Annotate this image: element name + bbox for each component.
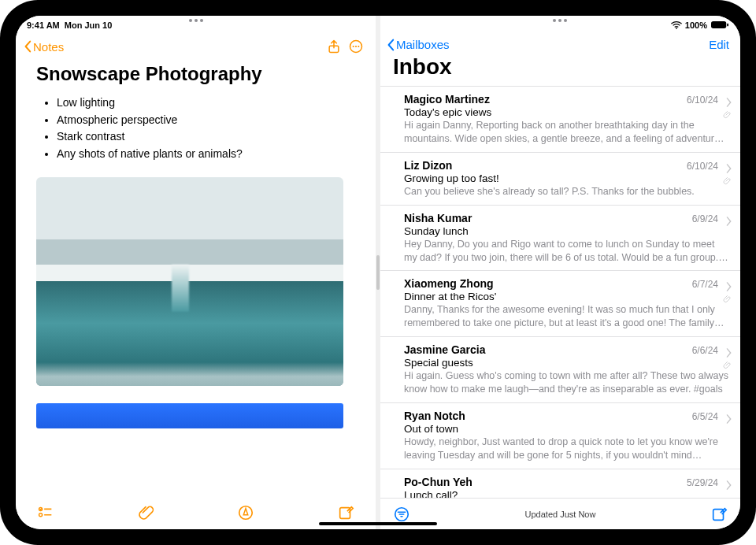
svg-point-7 [39, 513, 43, 517]
note-bullet-list: Low lighting Atmospheric perspective Sta… [57, 95, 355, 163]
mail-preview: Hi again. Guess who's coming to town wit… [404, 369, 729, 396]
note-title: Snowscape Photography [36, 63, 355, 85]
mail-sender: Po-Chun Yeh [404, 476, 472, 488]
mail-subject: Lunch call? [404, 489, 729, 498]
mail-date: 6/10/24 [687, 161, 729, 172]
mail-message-list[interactable]: Magico Martinez 6/10/24 Today's epic vie… [380, 86, 740, 498]
note-content[interactable]: Snowscape Photography Low lighting Atmos… [16, 58, 376, 498]
chevron-right-icon [726, 479, 732, 493]
chevron-left-icon [24, 40, 32, 53]
share-icon [326, 39, 342, 54]
mail-toolbar: Mailboxes Edit [380, 33, 740, 53]
notes-app-pane: 9:41 AM Mon Jun 10 Notes [16, 16, 376, 529]
mail-date: 6/6/24 [692, 345, 729, 356]
ipad-frame: 9:41 AM Mon Jun 10 Notes [0, 0, 756, 545]
mail-preview: Danny, Thanks for the awesome evening! I… [404, 303, 729, 330]
mail-subject: Sunday lunch [404, 225, 729, 237]
mail-date: 5/29/24 [687, 477, 729, 488]
share-button[interactable] [325, 38, 343, 55]
mail-app-pane: 100% Mailboxes Edit Inbox Magico Martine… [380, 16, 740, 529]
attachment-icon [723, 175, 732, 189]
attachment-icon [723, 359, 732, 373]
mail-edit-button[interactable]: Edit [709, 38, 729, 51]
mail-sender: Magico Martinez [404, 93, 490, 106]
mail-subject: Today's epic views [404, 106, 729, 118]
checklist-icon [37, 504, 54, 521]
mail-date: 6/7/24 [692, 279, 729, 290]
mail-date: 6/5/24 [692, 411, 729, 422]
mail-sender: Jasmine Garcia [404, 343, 486, 356]
more-button[interactable] [347, 38, 365, 55]
mail-updated-status: Updated Just Now [410, 510, 710, 519]
mail-compose-button[interactable] [710, 506, 728, 523]
mail-back-label: Mailboxes [396, 38, 450, 51]
attach-button[interactable] [136, 503, 155, 522]
status-battery-text: 100% [685, 20, 707, 30]
note-bullet: Atmospheric perspective [57, 112, 355, 129]
mail-preview: Hey Danny, Do you and Rigo want to come … [404, 238, 729, 265]
note-attached-photo[interactable] [36, 177, 343, 386]
checklist-button[interactable] [36, 503, 55, 522]
status-date: Mon Jun 10 [65, 20, 113, 30]
mail-message-row[interactable]: Nisha Kumar 6/9/24 Sunday lunch Hey Dann… [380, 206, 740, 272]
mail-message-row[interactable]: Po-Chun Yeh 5/29/24 Lunch call? [380, 469, 740, 498]
inbox-title: Inbox [380, 53, 740, 86]
wifi-icon [671, 20, 682, 31]
mail-filter-button[interactable] [393, 506, 410, 523]
chevron-right-icon [726, 413, 732, 427]
svg-point-3 [355, 46, 357, 47]
mail-sender: Liz Dizon [404, 159, 452, 172]
note-bullet: Any shots of native plants or animals? [57, 146, 355, 163]
ellipsis-circle-icon [348, 39, 364, 54]
status-time: 9:41 AM [27, 20, 60, 30]
attachment-icon [723, 293, 732, 307]
mail-subject: Dinner at the Ricos' [404, 291, 729, 302]
compose-icon [710, 506, 728, 523]
mail-date: 6/9/24 [692, 213, 729, 224]
svg-point-2 [353, 46, 354, 47]
paperclip-icon [137, 504, 154, 521]
compose-icon [337, 504, 354, 521]
svg-point-11 [676, 28, 677, 29]
mail-sender: Nisha Kumar [404, 212, 472, 224]
attachment-icon [723, 109, 732, 123]
chevron-left-icon [387, 39, 395, 51]
battery-icon [710, 20, 729, 31]
mail-back-button[interactable]: Mailboxes [387, 38, 450, 51]
status-bar-right: 100% [380, 16, 740, 33]
pencil-tip-icon [237, 504, 254, 521]
home-indicator[interactable] [319, 522, 437, 525]
new-note-button[interactable] [336, 503, 355, 522]
status-bar-left: 9:41 AM Mon Jun 10 [16, 16, 376, 33]
mail-message-row[interactable]: Magico Martinez 6/10/24 Today's epic vie… [380, 87, 740, 153]
note-bullet: Low lighting [57, 95, 355, 112]
svg-point-4 [358, 46, 359, 47]
mail-preview: Can you believe she's already so tall? P… [404, 185, 729, 198]
notes-toolbar: Notes [16, 33, 376, 58]
mail-preview: Howdy, neighbor, Just wanted to drop a q… [404, 436, 729, 462]
mail-sender: Ryan Notch [404, 410, 465, 422]
mail-subject: Special guests [404, 357, 729, 369]
svg-rect-12 [711, 20, 726, 28]
mail-sender: Xiaomeng Zhong [404, 277, 494, 290]
note-bullet: Stark contrast [57, 128, 355, 146]
mail-message-row[interactable]: Liz Dizon 6/10/24 Growing up too fast! C… [380, 153, 740, 206]
mail-message-row[interactable]: Ryan Notch 6/5/24 Out of town Howdy, nei… [380, 403, 740, 469]
notes-back-label: Notes [33, 40, 64, 54]
notes-back-button[interactable]: Notes [24, 40, 64, 54]
screen: 9:41 AM Mon Jun 10 Notes [16, 16, 740, 529]
filter-icon [393, 506, 410, 523]
mail-preview: Hi again Danny, Reporting back on anothe… [404, 119, 729, 146]
mail-subject: Out of town [404, 423, 729, 435]
note-second-attachment[interactable] [36, 403, 343, 428]
mail-subject: Growing up too fast! [404, 172, 729, 184]
mail-message-row[interactable]: Jasmine Garcia 6/6/24 Special guests Hi … [380, 337, 740, 403]
chevron-right-icon [726, 215, 732, 229]
mail-message-row[interactable]: Xiaomeng Zhong 6/7/24 Dinner at the Rico… [380, 271, 740, 337]
markup-button[interactable] [236, 503, 255, 522]
mail-date: 6/10/24 [687, 95, 729, 106]
svg-rect-13 [727, 23, 728, 26]
